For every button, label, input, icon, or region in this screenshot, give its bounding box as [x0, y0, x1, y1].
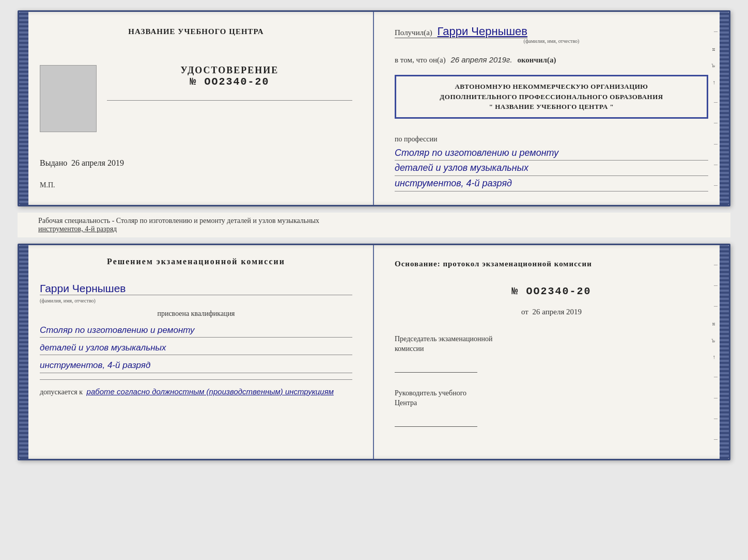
middle-description2: инструментов, 4-й разряд [38, 225, 117, 233]
qual-line3: инструментов, 4-й разряд [40, 358, 352, 373]
bottom-right-spine [720, 245, 729, 459]
decision-title: Решением экзаменационной комиссии [107, 255, 285, 268]
cert-word: УДОСТОВЕРЕНИЕ [181, 65, 279, 76]
person-field-label: (фамилия, имя, отчество) [40, 298, 96, 303]
profession-label: по профессии [395, 135, 708, 143]
profession-block: по профессии Столяр по изготовлению и ре… [395, 130, 708, 191]
issued-line: Выдано 26 апреля 2019 [40, 158, 352, 168]
date-prefix: от [521, 308, 528, 316]
in-that-date: 26 апреля 2019г. [450, 55, 512, 64]
bottom-right-panel: Основание: протокол экзаменационной коми… [374, 245, 729, 459]
photo-placeholder [40, 65, 97, 132]
issued-label: Выдано [40, 158, 67, 167]
recipient-name: Гарри Чернышев [438, 25, 527, 38]
issued-date: 26 апреля 2019 [71, 158, 124, 167]
basis-title: Основание: протокол экзаменационной коми… [395, 258, 708, 270]
middle-description: Рабочая специальность - Столяр по изгото… [38, 217, 319, 225]
protocol-date: от 26 апреля 2019 [395, 308, 708, 316]
director-block: Руководитель учебного Центра [395, 388, 708, 427]
middle-description-strip: Рабочая специальность - Столяр по изгото… [18, 213, 730, 237]
org-line3: " НАЗВАНИЕ УЧЕБНОГО ЦЕНТРА " [403, 102, 699, 112]
bottom-right-edge-decoration: – – – и ,а ← – – – – [711, 261, 718, 443]
right-spine-decoration [720, 12, 729, 205]
profession-line2: деталей и узлов музыкальных [395, 161, 708, 176]
certificate-block: УДОСТОВЕРЕНИЕ № OO2340-20 [181, 65, 279, 88]
admits-prefix: допускается к [40, 388, 83, 396]
bottom-document: Решением экзаменационной комиссии Гарри … [18, 244, 730, 460]
date-value: 26 апреля 2019 [533, 308, 582, 316]
top-left-panel: НАЗВАНИЕ УЧЕБНОГО ЦЕНТРА УДОСТОВЕРЕНИЕ №… [19, 12, 374, 205]
protocol-number: № OO2340-20 [395, 285, 708, 297]
director-label: Руководитель учебного Центра [395, 388, 708, 408]
director-signature-line [395, 417, 477, 427]
chairman-block: Председатель экзаменационной комиссии [395, 334, 708, 373]
in-that-block: в том, что он(а) 26 апреля 2019г. окончи… [395, 55, 708, 65]
center-title-top: НАЗВАНИЕ УЧЕБНОГО ЦЕНТРА [128, 27, 263, 36]
in-that-prefix: в том, что он(а) [395, 56, 446, 64]
qual-line1: Столяр по изготовлению и ремонту [40, 323, 352, 338]
mp-label: М.П. [40, 181, 55, 189]
bottom-left-panel: Решением экзаменационной комиссии Гарри … [19, 245, 374, 459]
org-line2: ДОПОЛНИТЕЛЬНОГО ПРОФЕССИОНАЛЬНОГО ОБРАЗО… [403, 92, 699, 102]
qualification-label: присвоена квалификация [157, 310, 235, 318]
right-edge-decoration: – и ,а ← – – – – – [711, 27, 718, 189]
chairman-label: Председатель экзаменационной комиссии [395, 334, 708, 354]
admits-text: работе согласно должностным (производств… [87, 387, 334, 396]
chairman-signature-line [395, 362, 477, 373]
cert-number: № OO2340-20 [181, 76, 279, 88]
profession-line3: инструментов, 4-й разряд [395, 176, 708, 191]
org-stamp: АВТОНОМНУЮ НЕКОММЕРЧЕСКУЮ ОРГАНИЗАЦИЮ ДО… [395, 75, 708, 119]
top-document: НАЗВАНИЕ УЧЕБНОГО ЦЕНТРА УДОСТОВЕРЕНИЕ №… [18, 10, 730, 206]
finished-word: окончил(а) [517, 56, 556, 64]
person-name-bottom: Гарри Чернышев [40, 282, 352, 295]
profession-line1: Столяр по изготовлению и ремонту [395, 146, 708, 161]
recipient-field-label: (фамилия, имя, отчество) [395, 38, 708, 44]
recipient-prefix: Получил(а) Гарри Чернышев [395, 28, 527, 38]
top-right-panel: Получил(а) Гарри Чернышев (фамилия, имя,… [374, 12, 729, 205]
org-line1: АВТОНОМНУЮ НЕКОММЕРЧЕСКУЮ ОРГАНИЗАЦИЮ [403, 82, 699, 92]
recipient-block: Получил(а) Гарри Чернышев (фамилия, имя,… [395, 25, 708, 44]
admits-block: допускается к работе согласно должностны… [40, 387, 334, 396]
qual-line2: деталей и узлов музыкальных [40, 341, 352, 355]
